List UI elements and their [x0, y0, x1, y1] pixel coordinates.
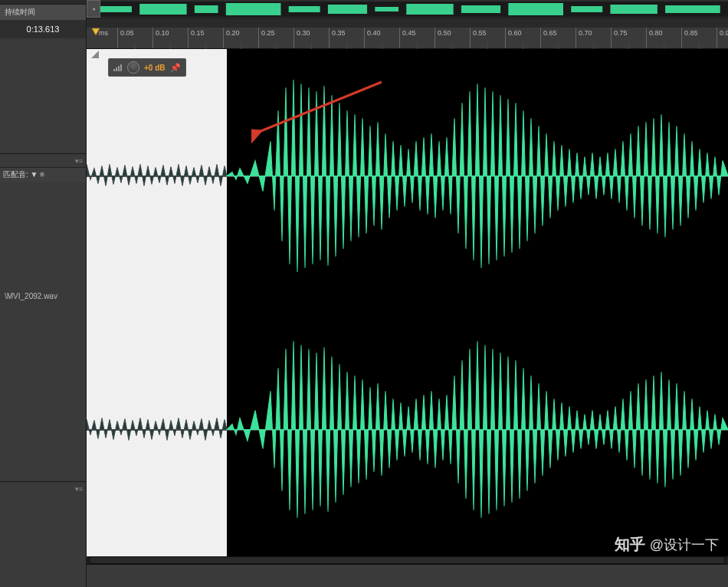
horizontal-scrollbar[interactable] — [90, 556, 725, 564]
svg-rect-11 — [571, 6, 602, 12]
ruler-minor-tick — [664, 43, 664, 49]
channel-right — [87, 303, 728, 556]
tick-label: 0.75 — [614, 29, 628, 37]
ruler-tick: 0.05 — [117, 28, 118, 48]
panel-space-1 — [0, 38, 86, 153]
ruler-minor-tick — [523, 43, 523, 49]
gain-knob[interactable] — [127, 61, 139, 74]
ruler-minor-tick — [241, 43, 241, 49]
waveform-left — [87, 49, 728, 303]
tick-label: 0.25 — [261, 29, 275, 37]
panel-toolbar-2: ▾≡ — [0, 481, 86, 495]
tick-label: 0.20 — [226, 29, 240, 37]
ruler-minor-tick — [487, 43, 488, 49]
transport-bar — [87, 564, 728, 587]
ruler-unit: ms — [99, 29, 108, 37]
tick-label: 0.65 — [543, 29, 557, 37]
level-bars-icon — [113, 64, 123, 71]
ruler-tick: 0.85 — [681, 28, 682, 48]
svg-rect-12 — [610, 5, 657, 14]
svg-rect-2 — [139, 4, 186, 15]
tick-label: 0.40 — [367, 29, 381, 37]
panel-space-3 — [0, 495, 86, 587]
tick-label: 0.10 — [156, 29, 169, 37]
tick-label: 0.15 — [191, 29, 205, 37]
ruler-tick: 0.55 — [470, 28, 471, 48]
overview-handle-left[interactable]: ◂ — [87, 0, 100, 18]
watermark: 知乎 @设计一下 — [615, 534, 719, 555]
tick-label: 0.80 — [649, 29, 663, 37]
amplitude-icon — [91, 51, 99, 58]
match-audio-header[interactable]: 匹配音: ▼ ≡ — [0, 167, 86, 182]
svg-rect-10 — [508, 3, 563, 15]
ruler-tick: 0.70 — [576, 28, 576, 48]
ruler-tick: 0.40 — [364, 28, 365, 48]
app-root: 持续时间 0:13.613 ▾≡ 匹配音: ▼ ≡ \MVI_2092.wav … — [0, 0, 728, 587]
ruler-minor-tick — [699, 43, 700, 49]
tick-label: 0.90 — [720, 29, 728, 37]
ruler-tick: 0.50 — [435, 28, 435, 48]
svg-rect-7 — [375, 7, 398, 11]
ruler-minor-tick — [205, 43, 206, 49]
ruler-tick: 0.35 — [329, 28, 330, 48]
amplitude-ruler — [91, 49, 102, 556]
ruler-tick: 0.75 — [611, 28, 612, 48]
ruler-tick: 0.45 — [399, 28, 400, 48]
svg-rect-1 — [100, 6, 132, 12]
ruler-tick: 0.15 — [188, 28, 189, 48]
tick-label: 0.05 — [120, 29, 134, 37]
ruler-tick: 0.20 — [223, 28, 224, 48]
ruler-minor-tick — [593, 43, 594, 49]
svg-rect-9 — [461, 5, 500, 13]
ruler-minor-tick — [382, 43, 382, 49]
main-area: ◂ — [87, 0, 728, 587]
ruler-minor-tick — [417, 43, 418, 49]
timeline-ruler[interactable]: ms 0.050.100.150.200.250.300.350.400.450… — [87, 28, 728, 49]
ruler-tick: 0.25 — [258, 28, 259, 48]
panel-space-2 — [0, 182, 86, 289]
ruler-tick: 0.30 — [293, 28, 294, 48]
overview-strip[interactable]: ◂ — [87, 0, 728, 18]
waveform-editor[interactable]: +0 dB 📌 — [87, 49, 728, 556]
tick-label: 0.70 — [579, 29, 592, 37]
ruler-tick: 0.80 — [646, 28, 647, 48]
ruler-tick: 0.60 — [505, 28, 506, 48]
timecode-display: 0:13.613 — [0, 20, 86, 38]
tick-label: 0.85 — [684, 29, 698, 37]
ruler-minor-tick — [558, 43, 559, 49]
tick-label: 0.50 — [438, 29, 451, 37]
menu-icon[interactable]: ▾≡ — [75, 485, 83, 493]
channel-left — [87, 49, 728, 303]
svg-rect-6 — [328, 5, 367, 14]
pin-icon[interactable]: 📌 — [170, 63, 181, 73]
svg-rect-13 — [665, 5, 720, 13]
ruler-minor-tick — [276, 43, 277, 49]
panel-spacer — [0, 303, 86, 481]
file-name[interactable]: \MVI_2092.wav — [0, 289, 86, 303]
tick-label: 0.35 — [332, 29, 346, 37]
ruler-minor-tick — [135, 43, 136, 49]
ruler-minor-tick — [346, 43, 347, 49]
gain-hud[interactable]: +0 dB 📌 — [108, 58, 186, 77]
overview-gap — [87, 18, 728, 28]
tick-label: 0.30 — [297, 29, 310, 37]
menu-icon[interactable]: ▾≡ — [75, 157, 83, 165]
watermark-logo: 知乎 — [615, 534, 645, 555]
tick-label: 0.55 — [473, 29, 487, 37]
svg-rect-5 — [289, 6, 320, 12]
svg-rect-8 — [406, 4, 453, 15]
watermark-author: @设计一下 — [650, 536, 719, 554]
tick-label: 0.60 — [508, 29, 522, 37]
overview-waveform[interactable] — [100, 2, 728, 17]
duration-header: 持续时间 — [0, 5, 86, 20]
ruler-tick: 0.10 — [152, 28, 153, 48]
ruler-tick: 0.65 — [540, 28, 541, 48]
ruler-minor-tick — [628, 43, 629, 49]
ruler-minor-tick — [452, 43, 453, 49]
waveform-right — [87, 303, 728, 556]
left-panel: 持续时间 0:13.613 ▾≡ 匹配音: ▼ ≡ \MVI_2092.wav … — [0, 0, 87, 587]
tick-label: 0.45 — [402, 29, 416, 37]
svg-rect-3 — [195, 5, 218, 13]
ruler-tick: 0.90 — [717, 28, 717, 48]
gain-value[interactable]: +0 dB — [144, 64, 166, 72]
